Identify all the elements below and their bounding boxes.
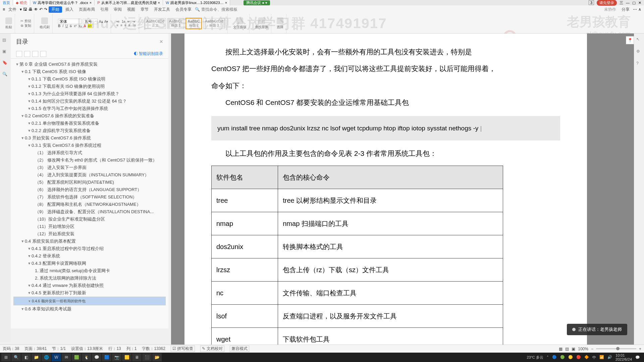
indent-inc-icon[interactable]: ⇥	[132, 20, 135, 23]
menu-member[interactable]: 会员专享	[173, 7, 194, 12]
tb-app[interactable]: ✉	[62, 353, 71, 361]
settings-icon[interactable]: ⚙	[636, 49, 642, 55]
menu-dev[interactable]: 开发工具	[152, 7, 172, 12]
redo-icon[interactable]: ↷	[44, 7, 47, 12]
tb-app[interactable]: ⬛	[142, 353, 152, 361]
wifi-icon[interactable]: 📶	[599, 355, 604, 360]
location-pin-icon[interactable]: 📍	[626, 36, 634, 44]
cursor-icon[interactable]: ↖	[636, 37, 642, 43]
tb-app[interactable]: 🟦	[102, 353, 111, 361]
style-normal[interactable]: AaBbCcDd正文	[145, 18, 166, 29]
outline-item[interactable]: （12）开始系统安装	[13, 230, 166, 238]
outline-item[interactable]: ▾0.1.2 下载后有关 ISO 镜像的使用说明	[13, 83, 166, 90]
select-group[interactable]: 选择	[274, 14, 286, 33]
findrep-group[interactable]: 查找替换	[252, 14, 271, 33]
subscript-icon[interactable]: x₂	[79, 24, 82, 28]
docfix[interactable]: ✎ 文档校对	[200, 346, 224, 352]
notification-icon[interactable]: 💬	[635, 355, 640, 360]
indent-dec-icon[interactable]: ⇤	[127, 20, 130, 23]
zoom-in-icon[interactable]: +	[639, 347, 641, 351]
tb-app[interactable]: 🖥	[132, 353, 142, 361]
numbering-icon[interactable]: 1≡	[122, 20, 125, 23]
style-h2[interactable]: AaBbC标题 2	[185, 18, 202, 29]
more-icon[interactable]: ⋯	[633, 7, 637, 12]
tab-doc-3[interactable]: W跟老男孩学linux…1-20190623…×	[163, 0, 230, 5]
ime[interactable]: 中	[592, 355, 596, 360]
tab-doc-1[interactable]: W高考学霸们凭啥这么牛？ .docx×	[30, 0, 95, 5]
line-spacing-icon[interactable]: ↕≡	[132, 23, 136, 27]
col-no[interactable]: 列：1	[126, 346, 137, 352]
superscript-icon[interactable]: x²	[74, 24, 76, 28]
outline-tool-3[interactable]	[32, 51, 38, 57]
tab-doc-2[interactable]: P从来不上补习班…庭是优秀的关键×	[95, 0, 163, 5]
search-side-icon[interactable]: 🔍	[2, 72, 8, 78]
menu-pagelayout[interactable]: 页面布局	[77, 7, 97, 12]
clipboard-icon[interactable]: ▣	[2, 49, 8, 55]
outline-item[interactable]: ▾0.4.2 登录系统	[13, 252, 166, 260]
tb-app[interactable]: 📁	[32, 353, 41, 361]
outline-item[interactable]: ▾0.4.4 通过 vmware 为新系统创建快照	[13, 282, 166, 289]
share-button[interactable]: 分享	[620, 7, 632, 12]
tencent-meeting-badge[interactable]: 腾讯会议 ● ▾	[244, 0, 270, 5]
outline-item[interactable]: （3） 进入安装下一步界面	[13, 164, 166, 171]
outline-item[interactable]: （8） 配置网络和主机名（NETWORK&HOSTNAME）	[13, 201, 166, 208]
outline-tool-4[interactable]	[40, 51, 46, 57]
tb-app[interactable]: 🟩	[72, 353, 81, 361]
tb-app[interactable]: 📷	[112, 353, 121, 361]
align-right-icon[interactable]: ≡	[124, 23, 126, 27]
outline-item[interactable]: （1） 选择系统引导方式	[13, 149, 166, 157]
tb-app[interactable]: 🌐	[42, 353, 51, 361]
menu-file[interactable]: 文件	[6, 7, 18, 12]
tab-daoke[interactable]: ◆稻壳	[13, 0, 30, 5]
preview-icon[interactable]: 👁	[34, 7, 38, 12]
ruler-pos[interactable]: 设置值：13.9厘米	[71, 346, 103, 352]
word-count[interactable]: 字数：13362	[142, 346, 165, 352]
outline-item[interactable]: ▾0.2.2 虚拟机学习安装系统准备	[13, 127, 166, 134]
tray-icon[interactable]: 🔶	[584, 355, 589, 360]
align-left-icon[interactable]: ≡	[116, 23, 118, 27]
underline-icon[interactable]: U	[65, 24, 68, 28]
outline-item[interactable]: ▾0.4 系统安装后的基本配置	[13, 238, 166, 245]
ai-outline-button[interactable]: ◐ 智能识别目录	[134, 51, 163, 57]
coop-status[interactable]: 未协作	[602, 7, 618, 12]
tray-icon[interactable]: 🟡	[568, 355, 573, 360]
outline-item[interactable]: （5） 配置系统时区和时间(DATE&TIME)	[13, 179, 166, 186]
outline-item[interactable]: ▾0.1.4 如何区分已安装的系统是 32 位还是 64 位？	[13, 98, 166, 105]
maximize-icon[interactable]: ▢	[632, 1, 636, 5]
outline-item[interactable]: ▾0.3 开始安装 CentOS7.6 操作系统	[13, 134, 166, 142]
outline-item[interactable]: （9） 选择磁盘设备、配置分区（INSTALLATION DESTINA...	[13, 208, 166, 216]
zoom-label[interactable]: 100%	[578, 347, 588, 351]
outline-item[interactable]: ▾0.3.1 安装 CentOS7.6 操作系统过程	[13, 142, 166, 149]
close-icon[interactable]: ×	[90, 1, 92, 5]
outline-item[interactable]: 2. 系统无法联网的故障排除方法	[13, 275, 166, 282]
paste-icon[interactable]	[5, 17, 12, 24]
app-menu-icon[interactable]: ≡	[3, 7, 5, 12]
outline-item[interactable]: ▾0.2 CentOS7.6 操作系统的安装准备	[13, 112, 166, 120]
font-select[interactable]	[58, 19, 82, 24]
highlight-icon[interactable]: ab	[88, 24, 92, 28]
login-button[interactable]: 请先登录	[597, 0, 617, 6]
close-icon[interactable]: ×	[158, 1, 160, 5]
search-icon[interactable]: 🔍	[195, 7, 200, 12]
outline-item[interactable]: ▾0.4.5 更新系统打补丁到最新	[13, 289, 166, 297]
bullets-icon[interactable]: •≡	[116, 20, 119, 23]
outline-item[interactable]: （10）按企业生产标准定制磁盘分区	[13, 216, 166, 223]
tray-icon[interactable]: 🟢	[560, 355, 565, 360]
collapse-icon[interactable]: ∧	[638, 7, 641, 12]
align-justify-icon[interactable]: ≡	[128, 23, 130, 27]
zoom-out-icon[interactable]: −	[591, 347, 593, 351]
help-icon[interactable]: ?	[636, 61, 642, 67]
outline-tool-1[interactable]	[16, 51, 22, 57]
menu-chapter[interactable]: 章节	[139, 7, 151, 12]
section[interactable]: 节：1/1	[52, 346, 66, 352]
align-center-icon[interactable]: ≡	[120, 23, 122, 27]
cut-icon[interactable]: ✂	[20, 19, 23, 23]
view-mode-icon[interactable]: ▦	[559, 347, 562, 351]
page-count[interactable]: 页面：38/41	[24, 346, 47, 352]
size-select[interactable]	[83, 19, 98, 24]
clock[interactable]: 10:012022/6/24	[615, 353, 632, 361]
tb-app[interactable]: 🐧	[82, 353, 91, 361]
tb-app[interactable]: 🟨	[122, 353, 131, 361]
taskview-button[interactable]: ◧	[21, 353, 31, 361]
undo-icon[interactable]: ↶	[39, 7, 43, 12]
